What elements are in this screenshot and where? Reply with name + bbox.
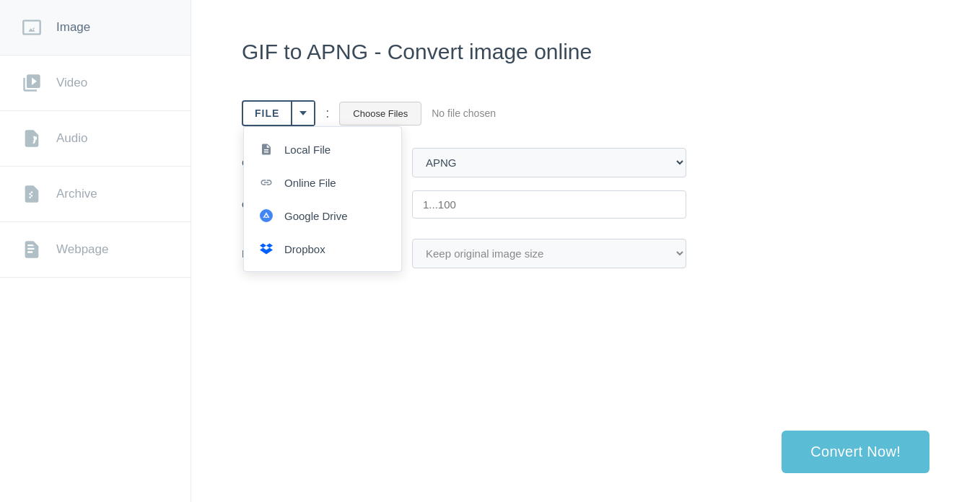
choose-files-button[interactable]: Choose Files (339, 102, 421, 126)
sidebar-item-audio[interactable]: Audio (0, 111, 191, 167)
colon-separator: : (325, 106, 329, 121)
image-icon (20, 16, 43, 39)
file-button[interactable]: FILE (243, 102, 291, 125)
sidebar: Image Video Audio Archive We (0, 0, 191, 502)
link-icon (258, 175, 274, 190)
file-icon (258, 141, 274, 157)
convert-now-button[interactable]: Convert Now! (782, 431, 929, 473)
main-content: GIF to APNG - Convert image online FILE … (191, 0, 980, 502)
file-btn-group: FILE Local File Online File (242, 100, 315, 126)
dropdown-label-google-drive: Google Drive (284, 210, 348, 222)
dropdown-item-online-file[interactable]: Online File (244, 166, 401, 199)
video-icon (20, 71, 43, 94)
file-dropdown-toggle[interactable] (291, 102, 314, 125)
sidebar-item-image[interactable]: Image (0, 0, 191, 56)
sidebar-label-audio: Audio (56, 131, 87, 146)
file-row: FILE Local File Online File (242, 100, 929, 126)
sidebar-label-webpage: Webpage (56, 242, 108, 257)
sidebar-item-webpage[interactable]: Webpage (0, 222, 191, 278)
sidebar-label-image: Image (56, 20, 90, 35)
chevron-down-icon (299, 111, 307, 115)
sidebar-label-archive: Archive (56, 187, 97, 201)
sidebar-item-archive[interactable]: Archive (0, 167, 191, 222)
sidebar-item-video[interactable]: Video (0, 56, 191, 111)
dropdown-label-online-file: Online File (284, 177, 336, 189)
page-title: GIF to APNG - Convert image online (242, 40, 929, 64)
quality-input[interactable] (412, 190, 686, 219)
dropdown-label-local-file: Local File (284, 144, 331, 156)
sidebar-label-video: Video (56, 76, 87, 90)
dropdown-label-dropbox: Dropbox (284, 243, 325, 255)
no-file-text: No file chosen (432, 107, 496, 119)
resize-select[interactable]: Keep original image size (412, 239, 686, 268)
format-select[interactable]: APNG (412, 148, 686, 177)
dropbox-icon (258, 241, 274, 257)
audio-icon (20, 127, 43, 150)
dropdown-item-dropbox[interactable]: Dropbox (244, 232, 401, 265)
file-dropdown-menu: Local File Online File Google Drive (243, 126, 402, 272)
google-icon (258, 208, 274, 224)
dropdown-item-local-file[interactable]: Local File (244, 133, 401, 166)
webpage-icon (20, 238, 43, 261)
archive-icon (20, 182, 43, 206)
dropdown-item-google-drive[interactable]: Google Drive (244, 199, 401, 232)
